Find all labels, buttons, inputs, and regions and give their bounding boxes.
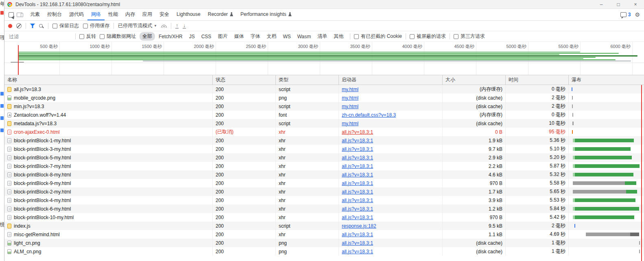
column-header-status[interactable]: 状态 xyxy=(213,75,276,85)
initiator-link[interactable]: all.js?v=18.3:1 xyxy=(342,155,373,161)
record-icon[interactable] xyxy=(8,24,12,28)
column-header-name[interactable]: 名称 xyxy=(4,75,213,85)
table-row[interactable]: misc-getRemind.html200xhrall.js?v=18.3:1… xyxy=(4,230,644,239)
table-row[interactable]: block-printBlock-3-my.html200xhrall.js?v… xyxy=(4,145,644,153)
experiment-flask-icon xyxy=(288,12,292,16)
table-row[interactable]: block-printBlock-2-my.html200xhrall.js?v… xyxy=(4,187,644,196)
table-row[interactable]: min.js?v=18.3200scriptmy.html(disk cache… xyxy=(4,102,644,111)
cell-waterfall xyxy=(569,239,644,247)
maximize-button[interactable]: □ xyxy=(610,0,627,9)
initiator-link[interactable]: all.js?v=18.3:1 xyxy=(342,249,373,254)
column-header-waterfall[interactable]: 瀑布 xyxy=(569,75,644,85)
table-row[interactable]: block-printBlock-1-my.html200xhrall.js?v… xyxy=(4,136,644,145)
initiator-link[interactable]: my.html xyxy=(342,95,358,101)
column-header-size[interactable]: 大小 xyxy=(443,75,506,85)
clear-icon[interactable] xyxy=(16,23,22,28)
table-row[interactable]: block-printBlock-4-my.html200xhrall.js?v… xyxy=(4,196,644,204)
initiator-link[interactable]: all.js?v=18.3:1 xyxy=(342,240,373,246)
table-row[interactable]: metadata.js?v=18.3200scriptmy.html(disk … xyxy=(4,119,644,128)
initiator-link[interactable]: zh-cn.default.css?v=18.3 xyxy=(342,112,396,118)
filter-chip-manifest[interactable]: 清单 xyxy=(314,32,330,41)
initiator-link[interactable]: all.js?v=18.3:1 xyxy=(342,206,373,212)
initiator-link[interactable]: all.js?v=18.3:1 xyxy=(342,138,373,144)
column-header-initiator[interactable]: 启动器 xyxy=(339,75,443,85)
tab-elements[interactable]: 元素 xyxy=(26,9,44,20)
initiator-link[interactable]: all.js?v=18.3:1 xyxy=(342,146,373,152)
disable-cache-checkbox[interactable]: 停用缓存 xyxy=(83,22,109,29)
table-row[interactable]: ALM_cn.png200pngall.js?v=18.3:1(disk cac… xyxy=(4,247,644,256)
tab-application[interactable]: 应用 xyxy=(139,9,156,20)
table-row[interactable]: block-printBlock-9-my.html200xhrall.js?v… xyxy=(4,179,644,187)
table-row[interactable]: block-printBlock-6-my.html200xhrall.js?v… xyxy=(4,204,644,213)
blocked-requests-checkbox[interactable]: 被屏蔽的请求 xyxy=(410,33,446,40)
search-icon[interactable] xyxy=(39,24,43,28)
network-overview-timeline[interactable]: 500 毫秒1000 毫秒1500 毫秒2000 毫秒2500 毫秒3000 毫… xyxy=(4,42,644,75)
filter-chip-font[interactable]: 字体 xyxy=(247,32,263,41)
filter-chip-js[interactable]: JS xyxy=(186,33,198,40)
filter-chip-css[interactable]: CSS xyxy=(199,33,214,40)
filter-chip-all[interactable]: 全部 xyxy=(140,32,155,41)
initiator-link[interactable]: all.js?v=18.3:1 xyxy=(342,232,373,237)
initiator-link[interactable]: all.js?v=18.3:1 xyxy=(342,129,373,135)
tab-performance-insights[interactable]: Performance insights xyxy=(237,9,295,20)
filter-chip-media[interactable]: 媒体 xyxy=(231,32,247,41)
filter-funnel-icon[interactable] xyxy=(30,24,35,28)
initiator-link[interactable]: all.js?v=18.3:1 xyxy=(342,172,373,178)
column-header-type[interactable]: 类型 xyxy=(276,75,339,85)
third-party-checkbox[interactable]: 第三方请求 xyxy=(454,33,485,40)
table-row[interactable]: block-printBlock-7-my.html200xhrall.js?v… xyxy=(4,162,644,170)
tab-lighthouse[interactable]: Lighthouse xyxy=(173,9,204,20)
minimize-button[interactable]: – xyxy=(593,0,610,9)
table-row[interactable]: index.js200scriptresponse.js:1829.5 kB2 … xyxy=(4,222,644,230)
initiator-link[interactable]: all.js?v=18.3:1 xyxy=(342,198,373,203)
settings-gear-icon[interactable]: ⚙ xyxy=(635,12,640,17)
tab-recorder[interactable]: Recorder xyxy=(204,9,237,20)
tab-network[interactable]: 网络 xyxy=(87,9,105,20)
filter-input[interactable] xyxy=(8,33,72,40)
initiator-link[interactable]: my.html xyxy=(342,87,358,92)
tab-performance[interactable]: 性能 xyxy=(105,9,122,20)
cell-waterfall xyxy=(569,213,644,222)
tab-memory[interactable]: 内存 xyxy=(122,9,139,20)
filter-chip-doc[interactable]: 文档 xyxy=(264,32,279,41)
network-conditions-icon[interactable] xyxy=(161,24,167,28)
initiator-link[interactable]: all.js?v=18.3:1 xyxy=(342,163,373,169)
filter-chip-ws[interactable]: WS xyxy=(280,33,293,40)
device-toolbar-icon[interactable] xyxy=(17,13,22,17)
inspect-element-icon[interactable] xyxy=(9,12,14,17)
table-row[interactable]: block-printBlock-5-my.html200xhrall.js?v… xyxy=(4,153,644,162)
tab-console[interactable]: 控制台 xyxy=(44,9,65,20)
issues-indicator[interactable]: 3 xyxy=(620,12,631,17)
waterfall-bar xyxy=(572,104,573,108)
filter-chip-other[interactable]: 其他 xyxy=(331,32,346,41)
table-row[interactable]: ZentaoIcon.woff?v=1.44200fontzh-cn.defau… xyxy=(4,111,644,119)
import-har-icon[interactable]: ↑ xyxy=(175,24,179,28)
initiator-link[interactable]: my.html xyxy=(342,121,358,126)
invert-checkbox[interactable]: 反转 xyxy=(79,33,96,40)
table-row[interactable]: light_cn.png200pngall.js?v=18.3:1(disk c… xyxy=(4,239,644,247)
tab-sources[interactable]: 源代码 xyxy=(65,9,87,20)
blocked-cookies-checkbox[interactable]: 有已拦截的 Cookie xyxy=(354,33,402,40)
close-button[interactable]: × xyxy=(627,0,644,9)
cell-status: 200 xyxy=(213,136,276,145)
table-row[interactable]: block-printBlock-10-my.html200xhrall.js?… xyxy=(4,213,644,222)
cell-type: xhr xyxy=(276,162,339,170)
initiator-link[interactable]: response.js:182 xyxy=(342,223,376,229)
column-header-time[interactable]: 时间 xyxy=(506,75,569,85)
initiator-link[interactable]: all.js?v=18.3:1 xyxy=(342,189,373,195)
table-row[interactable]: mobile_qrcode.png200pngmy.html(disk cach… xyxy=(4,94,644,102)
table-row[interactable]: all.js?v=18.3200scriptmy.html(内存缓存)0 毫秒 xyxy=(4,85,644,94)
table-row[interactable]: cron-ajaxExec-0.html(已取消)xhrall.js?v=18.… xyxy=(4,128,644,136)
export-har-icon[interactable]: ↓ xyxy=(183,24,186,28)
throttling-dropdown[interactable]: 已停用节流模式 ▼ xyxy=(118,22,157,29)
initiator-link[interactable]: all.js?v=18.3:1 xyxy=(342,181,373,186)
tab-security[interactable]: 安全 xyxy=(156,9,173,20)
preserve-log-checkbox[interactable]: 保留日志 xyxy=(52,22,79,29)
table-row[interactable]: block-printBlock-8-my.html200xhrall.js?v… xyxy=(4,170,644,179)
initiator-link[interactable]: all.js?v=18.3:1 xyxy=(342,215,373,220)
filter-chip-img[interactable]: 图片 xyxy=(215,32,230,41)
hide-data-urls-checkbox[interactable]: 隐藏数据网址 xyxy=(100,33,136,40)
filter-chip-wasm[interactable]: Wasm xyxy=(295,33,314,40)
filter-chip-fetch-xhr[interactable]: Fetch/XHR xyxy=(156,33,186,40)
initiator-link[interactable]: my.html xyxy=(342,104,358,109)
